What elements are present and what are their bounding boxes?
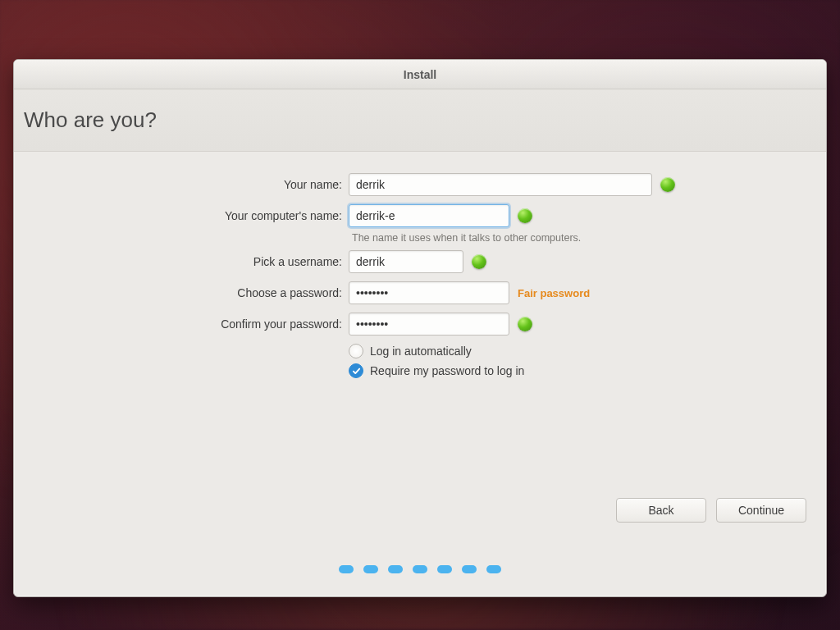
your-name-input[interactable] xyxy=(349,173,652,196)
checkmark-icon xyxy=(660,177,675,192)
window-title: Install xyxy=(404,68,436,81)
label-confirm-password: Confirm your password: xyxy=(17,317,349,331)
row-password: Choose a password: Fair password xyxy=(17,281,826,304)
nav-button-row: Back Continue xyxy=(616,498,806,523)
row-confirm-password: Confirm your password: xyxy=(17,313,826,336)
continue-button[interactable]: Continue xyxy=(716,498,806,523)
checkmark-icon xyxy=(518,317,532,331)
progress-dot xyxy=(486,565,501,573)
label-password: Choose a password: xyxy=(17,286,349,299)
checkmark-icon xyxy=(518,208,532,223)
row-computer-name: Your computer's name: xyxy=(17,204,826,227)
row-computer-name-hint: The name it uses when it talks to other … xyxy=(17,231,826,244)
radio-login-auto[interactable]: Log in automatically xyxy=(349,344,826,358)
progress-dot xyxy=(437,565,452,573)
checkmark-icon xyxy=(472,254,486,269)
form-area: Your name: Your computer's name: The nam… xyxy=(14,152,826,596)
login-options-group: Log in automatically Require my password… xyxy=(349,344,826,378)
computer-name-hint: The name it uses when it talks to other … xyxy=(349,231,826,244)
progress-dot xyxy=(413,565,427,573)
radio-checked-icon xyxy=(349,363,363,378)
label-username: Pick a username: xyxy=(17,255,349,268)
password-input[interactable] xyxy=(349,281,509,304)
username-input[interactable] xyxy=(349,250,463,273)
label-your-name: Your name: xyxy=(17,178,349,191)
page-title: Who are you? xyxy=(14,107,826,133)
radio-login-require[interactable]: Require my password to log in xyxy=(349,363,826,378)
radio-icon xyxy=(349,344,363,358)
radio-label-require: Require my password to log in xyxy=(370,364,524,377)
label-computer-name: Your computer's name: xyxy=(17,209,349,222)
row-your-name: Your name: xyxy=(17,173,826,196)
progress-dot xyxy=(388,565,403,573)
password-strength-label: Fair password xyxy=(518,287,590,299)
progress-dot xyxy=(363,565,378,573)
radio-label-auto: Log in automatically xyxy=(370,345,472,358)
computer-name-input[interactable] xyxy=(349,204,509,227)
window-titlebar: Install xyxy=(14,60,826,89)
row-username: Pick a username: xyxy=(17,250,826,273)
progress-dot xyxy=(462,565,477,573)
back-button[interactable]: Back xyxy=(616,498,706,523)
progress-dot xyxy=(339,565,354,573)
confirm-password-input[interactable] xyxy=(349,313,509,336)
progress-indicator xyxy=(339,565,501,573)
page-heading-band: Who are you? xyxy=(14,89,826,152)
installer-window: Install Who are you? Your name: Your com… xyxy=(13,59,827,597)
